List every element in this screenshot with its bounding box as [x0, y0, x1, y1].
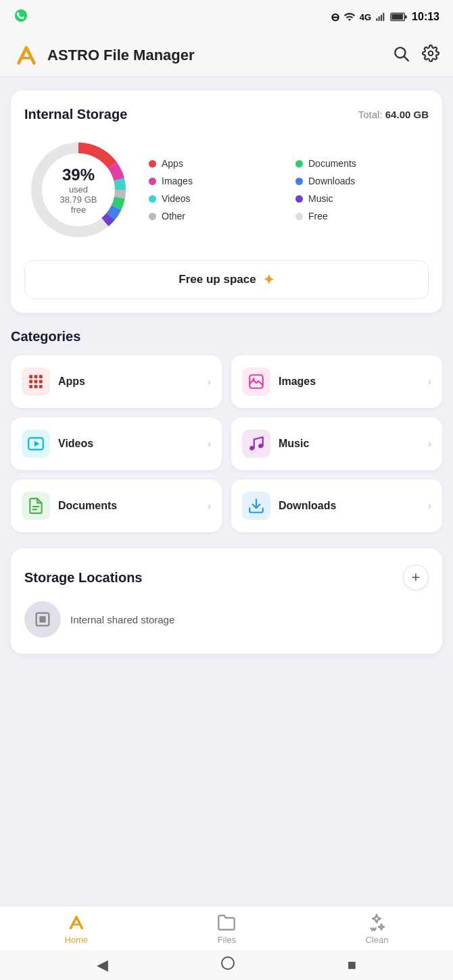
nav-clean-icon: [367, 913, 386, 932]
status-left-icons: [14, 8, 28, 26]
search-button[interactable]: [392, 45, 410, 66]
legend-item-videos: Videos: [149, 193, 282, 204]
legend-item-other: Other: [149, 211, 282, 222]
images-icon: [247, 373, 265, 390]
category-images[interactable]: Images ›: [231, 355, 442, 408]
category-documents[interactable]: Documents ›: [11, 480, 222, 532]
svg-rect-7: [391, 14, 403, 20]
app-title: ASTRO File Manager: [47, 47, 392, 64]
storage-legend: Apps Documents Images Downloads Videos: [149, 158, 429, 222]
storage-locations-title: Storage Locations: [24, 570, 142, 586]
nav-files[interactable]: Files: [201, 913, 252, 945]
svg-point-40: [222, 957, 234, 969]
svg-rect-3: [381, 15, 382, 21]
storage-avatar-icon: [33, 610, 52, 629]
free-up-space-button[interactable]: Free up space ✦: [24, 260, 429, 299]
whatsapp-icon: [14, 8, 28, 23]
sparkle-icon: ✦: [263, 272, 275, 288]
nav-home[interactable]: Home: [49, 913, 105, 945]
storage-body: 39% used 38.79 GB free Apps Documents: [24, 136, 429, 244]
storage-location-name: Internal shared storage: [70, 614, 174, 625]
category-music[interactable]: Music ›: [231, 417, 442, 470]
status-right-area: ⊖ 4G 10:13: [331, 11, 439, 24]
legend-item-free: Free: [295, 211, 429, 222]
documents-icon-wrap: [22, 492, 50, 520]
videos-icon-wrap: [22, 430, 50, 458]
documents-chevron: ›: [208, 500, 211, 511]
donut-center: 39% used 38.79 GB free: [51, 165, 105, 215]
search-icon: [392, 45, 410, 62]
other-dot: [149, 213, 156, 220]
category-videos[interactable]: Videos ›: [11, 417, 222, 470]
battery-icon: [390, 11, 408, 22]
android-home-button[interactable]: [220, 956, 235, 975]
main-content: Internal Storage Total: 64.00 GB: [0, 77, 453, 765]
storage-location-item[interactable]: Internal shared storage: [24, 601, 429, 638]
android-nav-bar: ◀ ■: [0, 950, 453, 980]
categories-grid: Apps › Images ›: [11, 355, 442, 532]
category-downloads[interactable]: Downloads ›: [231, 480, 442, 532]
images-icon-wrap: [242, 367, 270, 396]
legend-item-downloads: Downloads: [295, 176, 429, 186]
images-dot: [149, 178, 156, 185]
svg-rect-25: [39, 380, 43, 384]
donut-chart: 39% used 38.79 GB free: [24, 136, 133, 244]
svg-rect-26: [29, 385, 32, 388]
svg-point-0: [15, 9, 27, 21]
storage-title: Internal Storage: [24, 107, 127, 122]
donut-used-label: used: [51, 184, 105, 195]
apps-icon-wrap: [22, 367, 50, 396]
android-back-button[interactable]: ◀: [97, 956, 108, 974]
top-bar: ASTRO File Manager: [0, 34, 453, 77]
legend-item-music: Music: [295, 193, 429, 204]
category-apps[interactable]: Apps ›: [11, 355, 222, 408]
status-bar: ⊖ 4G 10:13: [0, 0, 453, 34]
music-label: Music: [279, 438, 420, 450]
svg-rect-20: [29, 375, 32, 378]
add-storage-button[interactable]: +: [403, 565, 429, 590]
svg-rect-22: [39, 375, 43, 378]
gear-icon: [422, 45, 439, 62]
free-dot: [295, 213, 303, 220]
legend-item-images: Images: [149, 176, 282, 186]
svg-marker-32: [34, 441, 40, 447]
svg-rect-39: [39, 616, 45, 622]
videos-dot: [149, 195, 156, 203]
svg-point-10: [429, 51, 433, 55]
nav-home-icon: [67, 913, 86, 932]
app-logo-icon: [14, 43, 39, 68]
nav-clean[interactable]: Clean: [349, 913, 404, 945]
svg-rect-24: [34, 380, 38, 384]
donut-percent: 39%: [51, 165, 105, 184]
storage-location-avatar: [24, 601, 61, 638]
downloads-label: Downloads: [279, 500, 420, 512]
legend-item-documents: Documents: [295, 158, 429, 169]
documents-icon: [27, 497, 45, 515]
downloads-icon: [247, 497, 265, 515]
minus-circle-icon: ⊖: [331, 11, 339, 24]
settings-button[interactable]: [422, 45, 439, 66]
svg-rect-28: [39, 385, 43, 388]
signal-icon: [375, 11, 386, 22]
apps-label: Apps: [58, 376, 199, 388]
nav-files-icon: [217, 913, 236, 932]
downloads-icon-wrap: [242, 492, 270, 520]
music-icon: [247, 435, 265, 453]
bottom-nav: Home Files Clean: [0, 906, 453, 950]
network-icon: 4G: [360, 12, 371, 22]
svg-point-34: [258, 444, 263, 448]
music-dot: [295, 195, 303, 203]
svg-line-9: [404, 56, 408, 60]
categories-section: Categories Apps: [11, 329, 442, 532]
wifi-icon: [343, 11, 356, 23]
free-up-label: Free up space: [178, 273, 256, 286]
storage-header: Internal Storage Total: 64.00 GB: [24, 107, 429, 122]
svg-rect-23: [29, 380, 32, 384]
storage-card: Internal Storage Total: 64.00 GB: [11, 91, 442, 313]
apps-chevron: ›: [208, 376, 211, 387]
plus-icon: +: [412, 569, 421, 586]
donut-free-value: 38.79 GB free: [51, 195, 105, 215]
svg-rect-2: [379, 16, 380, 21]
nav-home-label: Home: [65, 935, 89, 945]
android-recent-button[interactable]: ■: [348, 956, 356, 974]
